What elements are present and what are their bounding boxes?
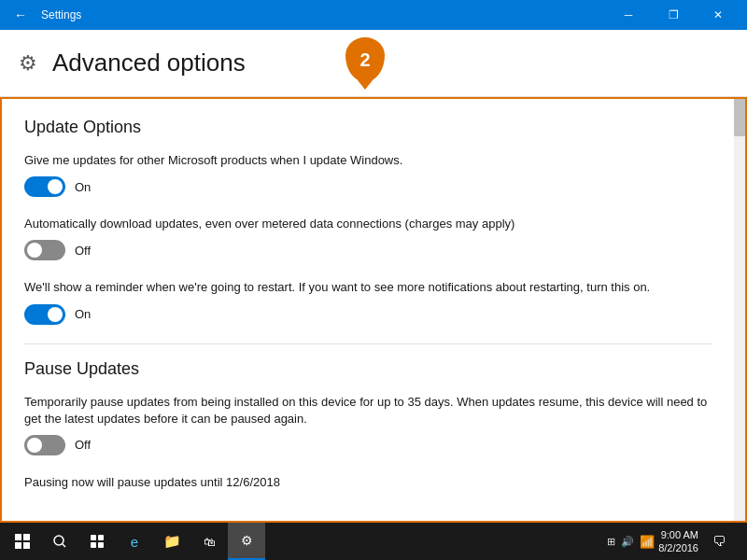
item1-toggle-label: On (75, 180, 91, 194)
setting-item-4: Temporarily pause updates from being ins… (24, 394, 712, 455)
toggle-microsoft-updates[interactable] (24, 176, 65, 197)
task-view-button[interactable] (78, 523, 116, 560)
svg-line-5 (63, 544, 66, 548)
back-button[interactable]: ← (7, 2, 34, 28)
scrollbar[interactable] (734, 99, 745, 521)
section-pause-updates-title: Pause Updates (24, 359, 712, 379)
setting-item-2: Automatically download updates, even ove… (24, 216, 712, 260)
start-button[interactable] (4, 523, 41, 560)
svg-rect-3 (23, 542, 30, 549)
item4-toggle-row: Off (24, 435, 712, 455)
item4-toggle-label: Off (75, 438, 91, 452)
setting-item-1: Give me updates for other Microsoft prod… (24, 152, 712, 197)
taskbar-left: e 📁 🛍 ⚙ (4, 523, 265, 560)
item5-description: Pausing now will pause updates until 12/… (24, 474, 712, 491)
toggle-knob-4 (27, 438, 42, 453)
content-area: Update Options Give me updates for other… (2, 99, 734, 521)
restore-button[interactable]: ❐ (652, 0, 695, 30)
search-button[interactable] (41, 523, 78, 560)
svg-rect-7 (98, 535, 104, 540)
network-tray-icon[interactable]: ⊞ (607, 536, 615, 548)
toggle-pause-updates[interactable] (24, 435, 65, 455)
notification-button[interactable]: 🗨 (702, 523, 736, 560)
store-button[interactable]: 🛍 (190, 523, 228, 560)
toggle-knob-1 (48, 179, 63, 194)
page-title: Advanced options (52, 49, 246, 77)
close-button[interactable]: ✕ (697, 0, 740, 30)
clock-date: 8/2/2016 (658, 541, 698, 554)
volume-tray-icon[interactable]: 🔊 (621, 536, 634, 548)
item3-toggle-label: On (75, 307, 91, 321)
main-content: Update Options Give me updates for other… (0, 97, 747, 523)
toggle-metered-downloads[interactable] (24, 240, 65, 260)
titlebar-left: ← Settings (7, 2, 81, 28)
svg-rect-9 (98, 542, 104, 548)
system-tray: ⊞ 🔊 📶 (607, 535, 655, 549)
item3-toggle-row: On (24, 304, 712, 325)
clock[interactable]: 9:00 AM 8/2/2016 (658, 528, 698, 555)
edge-button[interactable]: e (116, 523, 153, 560)
item3-description: We'll show a reminder when we're going t… (24, 279, 712, 296)
taskbar-right: ⊞ 🔊 📶 9:00 AM 8/2/2016 🗨 (607, 523, 743, 560)
setting-item-5: Pausing now will pause updates until 12/… (24, 474, 712, 491)
toggle-restart-notifications[interactable] (24, 304, 65, 325)
svg-rect-1 (23, 534, 30, 540)
settings-icon: ⚙ (19, 51, 37, 76)
item2-toggle-row: Off (24, 240, 712, 260)
app-header: ⚙ Advanced options 2 (0, 30, 747, 97)
minimize-button[interactable]: ─ (607, 0, 650, 30)
toggle-knob-3 (48, 307, 63, 322)
toggle-knob-2 (27, 243, 42, 258)
titlebar: ← Settings ─ ❐ ✕ (0, 0, 747, 30)
setting-item-3: We'll show a reminder when we're going t… (24, 279, 712, 324)
titlebar-title: Settings (41, 8, 81, 21)
svg-rect-2 (15, 542, 21, 549)
item1-toggle-row: On (24, 176, 712, 197)
item2-toggle-label: Off (75, 244, 91, 258)
item4-description: Temporarily pause updates from being ins… (24, 394, 712, 427)
settings-taskbar-button[interactable]: ⚙ (228, 523, 265, 560)
taskbar: e 📁 🛍 ⚙ ⊞ 🔊 📶 9:00 AM 8/2/2016 🗨 (0, 523, 747, 560)
item2-description: Automatically download updates, even ove… (24, 216, 712, 232)
network-icon[interactable]: 📶 (640, 535, 655, 549)
item1-description: Give me updates for other Microsoft prod… (24, 152, 712, 169)
svg-rect-6 (91, 535, 96, 540)
section-update-options-title: Update Options (24, 118, 712, 137)
svg-rect-8 (91, 542, 96, 548)
badge-2: 2 (345, 37, 385, 82)
svg-rect-0 (15, 534, 21, 540)
scrollbar-thumb[interactable] (734, 99, 745, 136)
section-divider (24, 343, 712, 344)
titlebar-controls: ─ ❐ ✕ (607, 0, 740, 30)
explorer-button[interactable]: 📁 (153, 523, 190, 560)
clock-time: 9:00 AM (658, 528, 698, 541)
